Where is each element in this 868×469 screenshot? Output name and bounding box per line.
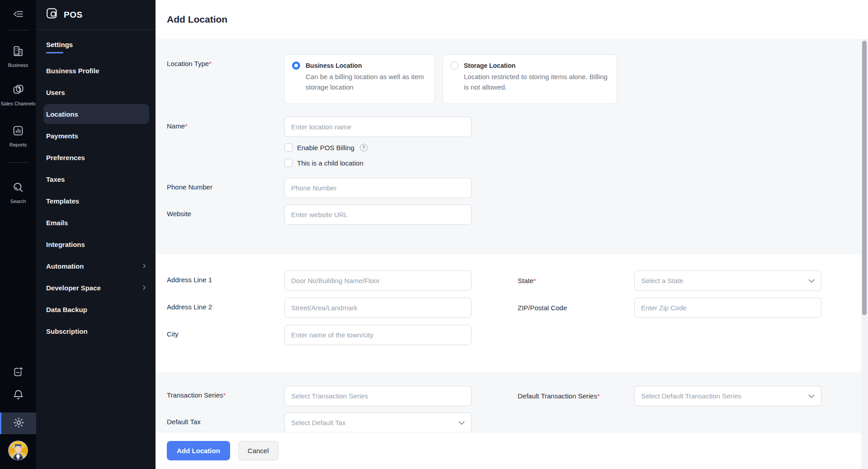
option-description: Can be a billing location as well as ite… [306,71,427,92]
vertical-scrollbar[interactable] [861,39,868,469]
search-icon [12,181,24,195]
checkbox-unchecked-icon[interactable] [284,159,292,167]
rail-divider [7,162,29,163]
sidebar-item-reports[interactable]: Reports [0,124,36,147]
enable-pos-billing-checkbox-row[interactable]: Enable POS Billing ? [284,143,868,152]
radio-selected-icon[interactable] [292,62,300,70]
website-row: Website [167,204,868,225]
sidebar-item-locations[interactable]: Locations [43,104,149,124]
user-avatar[interactable] [8,441,28,462]
settings-sidebar: POS Settings Business Profile Users Loca… [36,0,156,469]
add-location-button[interactable]: Add Location [167,441,230,460]
phone-label: Phone Number [167,178,284,191]
notifications-button[interactable] [12,384,24,407]
help-icon[interactable]: ? [360,144,368,152]
zip-input[interactable] [634,298,821,318]
basic-info-section: Location Type* Business Location Can be … [156,39,868,254]
business-location-option[interactable]: Business Location Can be a billing locat… [284,54,435,104]
page-title: Add Location [167,14,227,25]
checkbox-group: Enable POS Billing ? This is a child loc… [284,143,868,167]
sidebar-item-developer-space[interactable]: Developer Space [36,277,156,298]
chevron-right-icon [141,263,147,269]
name-row: Name* [167,117,868,137]
sidebar-item-taxes[interactable]: Taxes [36,168,156,190]
option-description: Location restricted to storing items alo… [464,71,609,92]
default-transaction-series-select[interactable]: Select Default Transaction Series [634,386,821,406]
name-label: Name* [167,117,284,130]
website-input[interactable] [284,204,472,225]
app-name: POS [64,10,83,20]
scrollbar-thumb[interactable] [862,41,867,315]
rail-item-label: Search [10,199,26,204]
location-name-input[interactable] [284,117,472,137]
page-header: Add Location [156,0,868,39]
address2-label: Address Line 2 [167,298,284,311]
settings-heading: Settings [36,30,156,53]
rail-item-label: Business [8,62,28,68]
default-tax-select[interactable]: Select Default Tax [284,412,472,433]
building-icon [12,45,24,59]
address1-state-row: Address Line 1 State* Select a State [167,270,868,291]
chevron-right-icon [141,284,147,291]
sales-channels-icon [12,83,24,98]
rail-item-label: Reports [9,142,27,147]
checkbox-unchecked-icon[interactable] [284,143,292,152]
child-location-checkbox-row[interactable]: This is a child location [284,158,868,167]
location-type-options: Business Location Can be a billing locat… [284,54,617,104]
sidebar-item-business[interactable]: Business [0,45,36,68]
state-select[interactable]: Select a State [634,270,821,291]
address2-zip-row: Address Line 2 ZIP/Postal Code [167,298,868,318]
sidebar-item-data-backup[interactable]: Data Backup [36,298,156,320]
location-type-label: Location Type* [167,54,284,67]
sidebar-item-templates[interactable]: Templates [36,190,156,212]
address1-input[interactable] [284,270,472,291]
announcements-button[interactable] [12,361,24,384]
location-type-row: Location Type* Business Location Can be … [167,54,868,104]
rail-bottom-group [0,361,36,469]
address1-label: Address Line 1 [167,270,284,284]
sidebar-item-automation[interactable]: Automation [36,255,156,277]
website-label: Website [167,204,284,218]
settings-button[interactable] [0,412,36,434]
transaction-series-row: Transaction Series* Default Transaction … [167,386,868,406]
sidebar-item-emails[interactable]: Emails [36,212,156,233]
default-transaction-series-label: Default Transaction Series* [518,386,634,401]
address-section: Address Line 1 State* Select a State Add… [156,254,868,372]
sidebar-item-payments[interactable]: Payments [36,125,156,147]
cancel-button[interactable]: Cancel [238,441,278,460]
sidebar-item-subscription[interactable]: Subscription [36,320,156,342]
sidebar-item-users[interactable]: Users [36,81,156,103]
pos-logo-icon [46,8,58,22]
icon-rail: Business Sales Channels Reports [0,0,36,469]
collapse-sidebar-button[interactable] [0,0,36,30]
sidebar-item-integrations[interactable]: Integrations [36,233,156,255]
default-tax-label: Default Tax [167,412,284,426]
transaction-series-label: Transaction Series* [167,386,284,399]
rail-item-label: Sales Channels [0,101,35,106]
bar-chart-icon [12,124,24,139]
storage-location-option[interactable]: Storage Location Location restricted to … [443,54,617,104]
heading-underline [46,52,63,53]
chevron-down-icon [458,419,465,427]
sidebar-item-search[interactable]: Search [0,181,36,204]
state-label: State* [518,270,634,285]
chevron-down-icon [808,392,815,400]
rail-divider [7,30,29,30]
default-tax-row: Default Tax Select Default Tax [167,412,868,433]
phone-input[interactable] [284,178,472,198]
main-content: Add Location Location Type* Business Loc… [156,0,868,469]
chevron-down-icon [808,277,815,285]
phone-row: Phone Number [167,178,868,198]
note-add-icon [12,371,24,379]
sidebar-item-sales-channels[interactable]: Sales Channels [0,83,36,106]
sidebar-item-business-profile[interactable]: Business Profile [36,60,156,81]
gear-icon [13,417,25,431]
zip-label: ZIP/Postal Code [518,298,634,313]
city-label: City [167,325,284,338]
sidebar-item-preferences[interactable]: Preferences [36,147,156,168]
city-input[interactable] [284,325,472,345]
address2-input[interactable] [284,298,472,318]
radio-unselected-icon[interactable] [450,62,458,70]
app-logo[interactable]: POS [36,0,156,30]
transaction-series-input[interactable] [284,386,472,406]
